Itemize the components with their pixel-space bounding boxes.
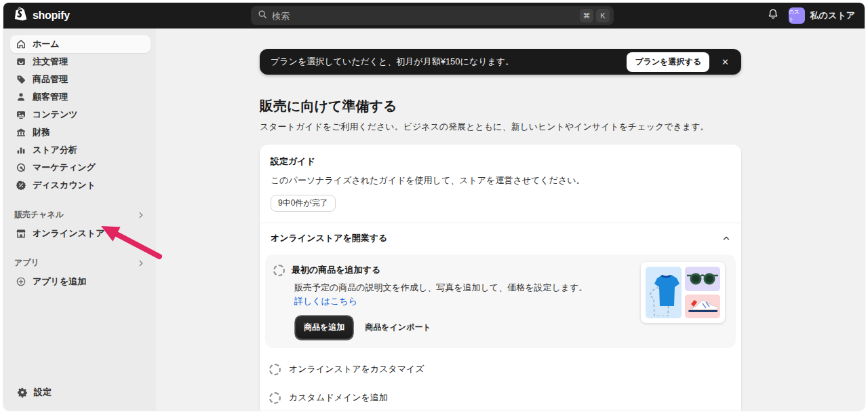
sidebar-item-products[interactable]: 商品管理 bbox=[10, 71, 151, 88]
shopify-admin-window: shopify ⌘ K のスト 私のストア bbox=[3, 3, 865, 411]
marketing-icon bbox=[16, 162, 26, 173]
task-title: オンラインストアをカスタマイズ bbox=[289, 363, 425, 375]
task-add-custom-domain[interactable]: カスタムドメインを追加 bbox=[260, 383, 741, 411]
sidebar-item-customers[interactable]: 顧客管理 bbox=[10, 88, 151, 106]
task-description: 販売予定の商品の説明文を作成し、写真を追加して、価格を設定します。 bbox=[294, 281, 593, 294]
shopify-logo[interactable]: shopify bbox=[3, 7, 70, 24]
product-examples-illustration bbox=[641, 262, 725, 323]
banner-close-icon[interactable]: ✕ bbox=[716, 54, 734, 70]
learn-more-link[interactable]: 詳しくはこちら bbox=[294, 295, 357, 307]
page-title: 販売に向けて準備する bbox=[260, 97, 741, 115]
store-avatar: のスト bbox=[789, 7, 805, 24]
setup-guide-card: 設定ガイド このパーソナライズされたガイドを使用して、ストアを運営させてください… bbox=[260, 145, 741, 411]
accordion-title: オンラインストアを開業する bbox=[271, 232, 387, 244]
accordion-open-online-store[interactable]: オンラインストアを開業する bbox=[260, 223, 741, 253]
sidebar-item-label: ストア分析 bbox=[33, 144, 77, 156]
gear-icon bbox=[17, 387, 28, 398]
discounts-icon bbox=[16, 180, 26, 191]
banner-message: プランを選択していただくと、初月が月額¥150になります。 bbox=[271, 56, 627, 68]
sidebar-item-label: コンテンツ bbox=[33, 109, 78, 121]
task-title: 最初の商品を追加する bbox=[292, 264, 380, 276]
setup-guide-header: 設定ガイド このパーソナライズされたガイドを使用して、ストアを運営させてください… bbox=[260, 145, 741, 223]
progress-badge: 9中0件が完了 bbox=[271, 195, 336, 212]
sidebar-item-analytics[interactable]: ストア分析 bbox=[10, 141, 151, 159]
select-plan-button[interactable]: プランを選択する bbox=[627, 52, 709, 72]
search-input[interactable] bbox=[272, 11, 577, 21]
sidebar-section-apps[interactable]: アプリ bbox=[10, 257, 151, 273]
sidebar-item-label: 設定 bbox=[34, 386, 52, 398]
sidebar-item-settings[interactable]: 設定 bbox=[12, 383, 151, 401]
section-label: アプリ bbox=[14, 257, 39, 269]
import-products-button[interactable]: 商品をインポート bbox=[365, 322, 431, 333]
sidebar-item-label: オンラインストア bbox=[33, 227, 104, 240]
chevron-right-icon bbox=[137, 211, 145, 219]
setup-guide-title: 設定ガイド bbox=[271, 155, 730, 168]
sunglasses-image bbox=[685, 267, 720, 291]
sidebar-item-add-app[interactable]: アプリを追加 bbox=[10, 273, 151, 290]
topbar-right: のスト 私のストア bbox=[767, 7, 865, 24]
sidebar-item-label: ディスカウント bbox=[33, 179, 96, 191]
shortcut-k-key: K bbox=[596, 9, 610, 22]
search-icon bbox=[258, 10, 267, 22]
customers-icon bbox=[16, 92, 26, 102]
task-add-first-product: 最初の商品を追加する 販売予定の商品の説明文を作成し、写真を追加して、価格を設定… bbox=[265, 254, 736, 348]
shopify-wordmark: shopify bbox=[33, 10, 70, 22]
sidebar-item-label: 商品管理 bbox=[33, 73, 68, 86]
task-customize-online-store[interactable]: オンラインストアをカスタマイズ bbox=[260, 355, 741, 383]
sidebar-spacer bbox=[10, 290, 151, 383]
add-product-button[interactable]: 商品を追加 bbox=[296, 316, 353, 339]
sidebar-item-discounts[interactable]: ディスカウント bbox=[10, 176, 151, 194]
shopify-bag-icon bbox=[14, 7, 28, 24]
shortcut-cmd-key: ⌘ bbox=[580, 9, 593, 22]
analytics-icon bbox=[16, 145, 26, 155]
setup-guide-description: このパーソナライズされたガイドを使用して、ストアを運営させてください。 bbox=[271, 174, 730, 187]
chevron-right-icon bbox=[137, 259, 145, 267]
sidebar-section-sales-channels[interactable]: 販売チャネル bbox=[10, 209, 151, 225]
sidebar-item-label: 財務 bbox=[33, 126, 50, 138]
sidebar-item-label: ホーム bbox=[33, 38, 60, 50]
tshirt-image bbox=[646, 267, 682, 318]
products-icon bbox=[16, 74, 26, 85]
task-incomplete-circle-icon[interactable] bbox=[269, 364, 281, 375]
sneaker-image bbox=[685, 295, 720, 319]
sidebar-item-orders[interactable]: 注文管理 bbox=[10, 53, 151, 71]
sidebar-item-label: マーケティング bbox=[33, 162, 96, 174]
finance-icon bbox=[16, 127, 26, 138]
sidebar-item-label: アプリを追加 bbox=[33, 276, 86, 288]
task-title: カスタムドメインを追加 bbox=[289, 392, 388, 404]
task-incomplete-circle-icon[interactable] bbox=[273, 265, 285, 276]
sidebar-item-content[interactable]: コンテンツ bbox=[10, 106, 151, 124]
sidebar-item-finance[interactable]: 財務 bbox=[10, 124, 151, 141]
section-label: 販売チャネル bbox=[14, 209, 64, 221]
sidebar-item-label: 顧客管理 bbox=[33, 91, 68, 103]
orders-icon bbox=[16, 56, 26, 67]
store-name: 私のストア bbox=[810, 10, 855, 22]
content-icon bbox=[16, 109, 26, 120]
storefront-icon bbox=[16, 228, 26, 239]
store-menu[interactable]: のスト 私のストア bbox=[789, 7, 855, 24]
topbar: shopify ⌘ K のスト 私のストア bbox=[3, 3, 865, 29]
sidebar-item-label: 注文管理 bbox=[33, 56, 68, 68]
sidebar-item-marketing[interactable]: マーケティング bbox=[10, 159, 151, 176]
home-icon bbox=[16, 39, 26, 50]
plus-circle-icon bbox=[16, 276, 26, 287]
task-incomplete-circle-icon[interactable] bbox=[269, 392, 281, 404]
sidebar-item-online-store[interactable]: オンラインストア bbox=[10, 225, 151, 242]
sidebar: ホーム 注文管理 商品管理 顧客管理 bbox=[3, 29, 156, 411]
chevron-up-icon bbox=[722, 234, 730, 242]
sidebar-item-home[interactable]: ホーム bbox=[10, 35, 151, 53]
page-subtitle: スタートガイドをご利用ください。ビジネスの発展とともに、新しいヒントやインサイト… bbox=[260, 121, 741, 133]
main-area: プランを選択していただくと、初月が月額¥150になります。 プランを選択する ✕… bbox=[156, 29, 865, 411]
global-search[interactable]: ⌘ K bbox=[251, 6, 614, 25]
notification-bell-icon[interactable] bbox=[767, 8, 779, 23]
plan-banner: プランを選択していただくと、初月が月額¥150になります。 プランを選択する ✕ bbox=[260, 49, 741, 75]
